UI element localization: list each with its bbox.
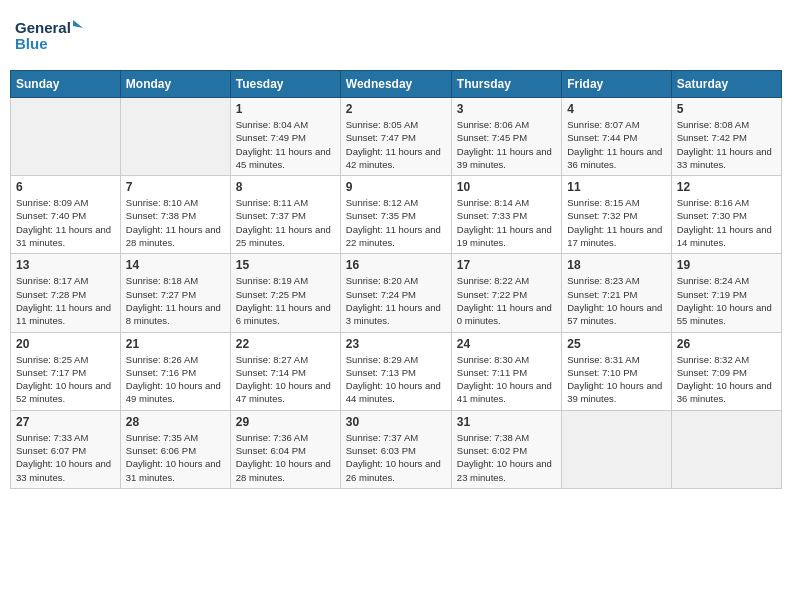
calendar-cell: 1Sunrise: 8:04 AMSunset: 7:49 PMDaylight… bbox=[230, 98, 340, 176]
calendar-cell: 2Sunrise: 8:05 AMSunset: 7:47 PMDaylight… bbox=[340, 98, 451, 176]
calendar-cell: 6Sunrise: 8:09 AMSunset: 7:40 PMDaylight… bbox=[11, 176, 121, 254]
day-number: 25 bbox=[567, 337, 665, 351]
day-number: 28 bbox=[126, 415, 225, 429]
day-number: 27 bbox=[16, 415, 115, 429]
calendar-cell: 19Sunrise: 8:24 AMSunset: 7:19 PMDayligh… bbox=[671, 254, 781, 332]
calendar-cell: 30Sunrise: 7:37 AMSunset: 6:03 PMDayligh… bbox=[340, 410, 451, 488]
day-info: Sunrise: 8:04 AMSunset: 7:49 PMDaylight:… bbox=[236, 118, 335, 171]
day-number: 5 bbox=[677, 102, 776, 116]
day-number: 6 bbox=[16, 180, 115, 194]
day-number: 16 bbox=[346, 258, 446, 272]
day-number: 26 bbox=[677, 337, 776, 351]
day-info: Sunrise: 8:29 AMSunset: 7:13 PMDaylight:… bbox=[346, 353, 446, 406]
calendar-cell: 9Sunrise: 8:12 AMSunset: 7:35 PMDaylight… bbox=[340, 176, 451, 254]
day-info: Sunrise: 8:27 AMSunset: 7:14 PMDaylight:… bbox=[236, 353, 335, 406]
day-info: Sunrise: 7:35 AMSunset: 6:06 PMDaylight:… bbox=[126, 431, 225, 484]
day-number: 31 bbox=[457, 415, 556, 429]
day-info: Sunrise: 8:24 AMSunset: 7:19 PMDaylight:… bbox=[677, 274, 776, 327]
calendar-cell: 8Sunrise: 8:11 AMSunset: 7:37 PMDaylight… bbox=[230, 176, 340, 254]
day-number: 12 bbox=[677, 180, 776, 194]
day-info: Sunrise: 8:31 AMSunset: 7:10 PMDaylight:… bbox=[567, 353, 665, 406]
calendar-cell: 3Sunrise: 8:06 AMSunset: 7:45 PMDaylight… bbox=[451, 98, 561, 176]
day-number: 7 bbox=[126, 180, 225, 194]
svg-marker-2 bbox=[73, 20, 83, 28]
day-info: Sunrise: 8:20 AMSunset: 7:24 PMDaylight:… bbox=[346, 274, 446, 327]
weekday-header-friday: Friday bbox=[562, 71, 671, 98]
day-number: 30 bbox=[346, 415, 446, 429]
calendar-cell: 23Sunrise: 8:29 AMSunset: 7:13 PMDayligh… bbox=[340, 332, 451, 410]
day-info: Sunrise: 8:10 AMSunset: 7:38 PMDaylight:… bbox=[126, 196, 225, 249]
day-info: Sunrise: 7:36 AMSunset: 6:04 PMDaylight:… bbox=[236, 431, 335, 484]
day-number: 2 bbox=[346, 102, 446, 116]
day-info: Sunrise: 8:09 AMSunset: 7:40 PMDaylight:… bbox=[16, 196, 115, 249]
calendar-cell: 27Sunrise: 7:33 AMSunset: 6:07 PMDayligh… bbox=[11, 410, 121, 488]
svg-text:General: General bbox=[15, 19, 71, 36]
day-number: 23 bbox=[346, 337, 446, 351]
day-number: 1 bbox=[236, 102, 335, 116]
day-info: Sunrise: 8:26 AMSunset: 7:16 PMDaylight:… bbox=[126, 353, 225, 406]
day-number: 8 bbox=[236, 180, 335, 194]
calendar-cell: 31Sunrise: 7:38 AMSunset: 6:02 PMDayligh… bbox=[451, 410, 561, 488]
calendar-cell: 4Sunrise: 8:07 AMSunset: 7:44 PMDaylight… bbox=[562, 98, 671, 176]
day-info: Sunrise: 8:17 AMSunset: 7:28 PMDaylight:… bbox=[16, 274, 115, 327]
calendar-cell: 26Sunrise: 8:32 AMSunset: 7:09 PMDayligh… bbox=[671, 332, 781, 410]
day-number: 21 bbox=[126, 337, 225, 351]
svg-text:Blue: Blue bbox=[15, 35, 48, 52]
weekday-header-thursday: Thursday bbox=[451, 71, 561, 98]
day-info: Sunrise: 8:19 AMSunset: 7:25 PMDaylight:… bbox=[236, 274, 335, 327]
calendar-cell: 25Sunrise: 8:31 AMSunset: 7:10 PMDayligh… bbox=[562, 332, 671, 410]
weekday-header-wednesday: Wednesday bbox=[340, 71, 451, 98]
logo: General Blue bbox=[15, 15, 85, 60]
day-number: 24 bbox=[457, 337, 556, 351]
day-info: Sunrise: 8:14 AMSunset: 7:33 PMDaylight:… bbox=[457, 196, 556, 249]
weekday-header-sunday: Sunday bbox=[11, 71, 121, 98]
day-number: 14 bbox=[126, 258, 225, 272]
day-number: 9 bbox=[346, 180, 446, 194]
calendar-cell: 11Sunrise: 8:15 AMSunset: 7:32 PMDayligh… bbox=[562, 176, 671, 254]
calendar-cell: 28Sunrise: 7:35 AMSunset: 6:06 PMDayligh… bbox=[120, 410, 230, 488]
day-info: Sunrise: 8:06 AMSunset: 7:45 PMDaylight:… bbox=[457, 118, 556, 171]
calendar-cell: 14Sunrise: 8:18 AMSunset: 7:27 PMDayligh… bbox=[120, 254, 230, 332]
day-number: 29 bbox=[236, 415, 335, 429]
day-number: 13 bbox=[16, 258, 115, 272]
calendar-cell: 10Sunrise: 8:14 AMSunset: 7:33 PMDayligh… bbox=[451, 176, 561, 254]
calendar-cell: 7Sunrise: 8:10 AMSunset: 7:38 PMDaylight… bbox=[120, 176, 230, 254]
weekday-header-tuesday: Tuesday bbox=[230, 71, 340, 98]
calendar-cell: 24Sunrise: 8:30 AMSunset: 7:11 PMDayligh… bbox=[451, 332, 561, 410]
day-info: Sunrise: 8:15 AMSunset: 7:32 PMDaylight:… bbox=[567, 196, 665, 249]
calendar-cell: 5Sunrise: 8:08 AMSunset: 7:42 PMDaylight… bbox=[671, 98, 781, 176]
day-info: Sunrise: 8:30 AMSunset: 7:11 PMDaylight:… bbox=[457, 353, 556, 406]
day-info: Sunrise: 7:33 AMSunset: 6:07 PMDaylight:… bbox=[16, 431, 115, 484]
day-info: Sunrise: 8:11 AMSunset: 7:37 PMDaylight:… bbox=[236, 196, 335, 249]
calendar-cell: 20Sunrise: 8:25 AMSunset: 7:17 PMDayligh… bbox=[11, 332, 121, 410]
day-info: Sunrise: 8:16 AMSunset: 7:30 PMDaylight:… bbox=[677, 196, 776, 249]
day-number: 18 bbox=[567, 258, 665, 272]
day-info: Sunrise: 8:25 AMSunset: 7:17 PMDaylight:… bbox=[16, 353, 115, 406]
day-number: 17 bbox=[457, 258, 556, 272]
calendar-cell: 18Sunrise: 8:23 AMSunset: 7:21 PMDayligh… bbox=[562, 254, 671, 332]
day-number: 20 bbox=[16, 337, 115, 351]
day-number: 22 bbox=[236, 337, 335, 351]
day-info: Sunrise: 8:32 AMSunset: 7:09 PMDaylight:… bbox=[677, 353, 776, 406]
calendar-cell bbox=[11, 98, 121, 176]
day-info: Sunrise: 8:22 AMSunset: 7:22 PMDaylight:… bbox=[457, 274, 556, 327]
day-info: Sunrise: 8:08 AMSunset: 7:42 PMDaylight:… bbox=[677, 118, 776, 171]
calendar-cell: 21Sunrise: 8:26 AMSunset: 7:16 PMDayligh… bbox=[120, 332, 230, 410]
calendar-cell bbox=[562, 410, 671, 488]
day-number: 19 bbox=[677, 258, 776, 272]
calendar-cell: 13Sunrise: 8:17 AMSunset: 7:28 PMDayligh… bbox=[11, 254, 121, 332]
weekday-header-saturday: Saturday bbox=[671, 71, 781, 98]
logo-svg: General Blue bbox=[15, 15, 85, 60]
calendar-table: SundayMondayTuesdayWednesdayThursdayFrid… bbox=[10, 70, 782, 489]
calendar-cell: 15Sunrise: 8:19 AMSunset: 7:25 PMDayligh… bbox=[230, 254, 340, 332]
day-number: 10 bbox=[457, 180, 556, 194]
day-info: Sunrise: 8:18 AMSunset: 7:27 PMDaylight:… bbox=[126, 274, 225, 327]
day-number: 11 bbox=[567, 180, 665, 194]
weekday-header-monday: Monday bbox=[120, 71, 230, 98]
day-info: Sunrise: 8:07 AMSunset: 7:44 PMDaylight:… bbox=[567, 118, 665, 171]
day-number: 4 bbox=[567, 102, 665, 116]
day-number: 3 bbox=[457, 102, 556, 116]
day-info: Sunrise: 8:12 AMSunset: 7:35 PMDaylight:… bbox=[346, 196, 446, 249]
calendar-cell bbox=[120, 98, 230, 176]
day-number: 15 bbox=[236, 258, 335, 272]
